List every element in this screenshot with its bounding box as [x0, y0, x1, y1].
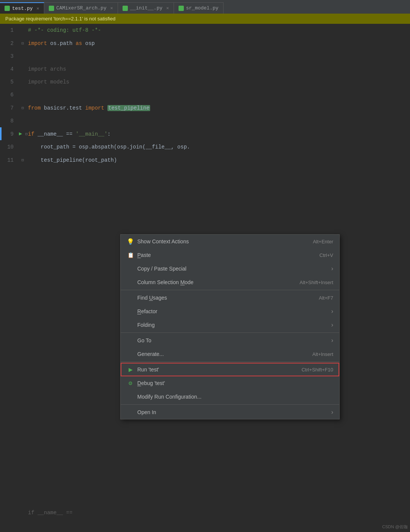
code-content-10: root_path = osp.abspath(osp.join(__file_…: [26, 141, 190, 153]
menu-item-copy-paste-special[interactable]: Copy / Paste Special ›: [121, 262, 339, 275]
menu-label-open-in: Open In: [137, 409, 156, 415]
tab-camixersr[interactable]: CAMixerSR_arch.py ✕: [44, 2, 118, 14]
execution-indicator: [0, 127, 2, 140]
code-content-1: # -*- coding: utf-8 -*-: [26, 24, 101, 37]
tab-init[interactable]: __init__.py ✕: [118, 2, 174, 14]
menu-shortcut-column-selection-mode: Alt+Shift+Insert: [292, 280, 333, 285]
menu-label-find-usages: Find Usages: [137, 295, 167, 301]
fold-icon-2[interactable]: ⊟: [22, 41, 24, 46]
bulb-icon: 💡: [127, 238, 134, 245]
arrow-icon-refactor: ›: [331, 308, 333, 315]
arrow-icon-open-in: ›: [331, 409, 333, 416]
menu-shortcut-run-test: Ctrl+Shift+F10: [294, 367, 333, 373]
code-content-4: import archs: [26, 63, 66, 76]
line-number-6: 6: [0, 88, 19, 101]
line-number-5: 5: [0, 76, 19, 88]
arrow-icon-copy-paste: ›: [331, 265, 333, 272]
separator-3: [121, 362, 339, 362]
tab-close-camixersr[interactable]: ✕: [110, 5, 113, 11]
menu-item-run-test[interactable]: ▶ Run 'test' Ctrl+Shift+F10: [121, 363, 339, 376]
tab-label-test: test.py: [12, 6, 33, 11]
tab-label-init: __init__.py: [130, 5, 163, 11]
line-number-4: 4: [0, 63, 19, 76]
code-line-5: 5 import models: [0, 76, 410, 88]
debug-icon: ⚙: [127, 380, 134, 386]
tab-label-srmodel: sr_model.py: [186, 5, 219, 11]
code-line-1: 1 # -*- coding: utf-8 -*-: [0, 24, 410, 37]
line-number-11: 11: [0, 154, 19, 167]
line-number-2: 2: [0, 37, 19, 50]
tab-icon-camixersr: [49, 6, 54, 11]
watermark: CSDN @佐咖: [382, 524, 408, 530]
menu-item-column-selection-mode[interactable]: Column Selection Mode Alt+Shift+Insert: [121, 275, 339, 289]
line-number-3: 3: [0, 50, 19, 63]
tab-icon-test: [5, 6, 10, 11]
code-content-9: if __name__ == '__main__':: [26, 128, 110, 141]
separator-2: [121, 332, 339, 333]
line-number-10: 10: [0, 141, 19, 153]
run-icon: ▶: [127, 367, 134, 373]
code-line-8: 8: [0, 114, 410, 127]
menu-item-paste[interactable]: 📋 Paste Ctrl+V: [121, 248, 339, 262]
menu-item-open-in[interactable]: Open In ›: [121, 405, 339, 419]
fold-icon-7[interactable]: ⊟: [22, 106, 24, 110]
warning-bar: Package requirement 'torch==2.1.1' is no…: [0, 14, 410, 24]
menu-label-refactor: Refactor: [137, 308, 157, 314]
bottom-code-content: if __name__ ==: [26, 506, 73, 519]
menu-label-modify-run-config: Modify Run Configuration...: [137, 394, 202, 400]
menu-label-column-selection-mode: Column Selection Mode: [137, 279, 194, 285]
menu-shortcut-paste: Ctrl+V: [312, 252, 333, 258]
menu-label-paste: Paste: [137, 252, 151, 258]
code-line-3: 3: [0, 50, 410, 63]
code-content-11: test_pipeline(root_path): [26, 154, 117, 167]
menu-item-folding[interactable]: Folding ›: [121, 318, 339, 332]
code-line-4: 4 import archs: [0, 63, 410, 76]
tab-srmodel[interactable]: sr_model.py: [174, 2, 224, 14]
tab-test-py[interactable]: test.py ✕: [0, 2, 44, 14]
code-line-11: 11 ⊟ test_pipeline(root_path): [0, 153, 410, 167]
tab-close-init[interactable]: ✕: [166, 5, 169, 11]
code-line-2: 2 ⊟ import os.path as osp: [0, 37, 410, 50]
fold-icon-11[interactable]: ⊟: [22, 158, 24, 162]
menu-label-copy-paste-special: Copy / Paste Special: [137, 266, 186, 272]
menu-item-go-to[interactable]: Go To ›: [121, 334, 339, 347]
bottom-code-line: if __name__ ==: [0, 506, 410, 519]
code-editor: 1 # -*- coding: utf-8 -*- 2 ⊟ import os.…: [0, 24, 410, 167]
tab-label-camixersr: CAMixerSR_arch.py: [56, 5, 107, 11]
tab-icon-init: [123, 6, 128, 11]
menu-shortcut-show-context-actions: Alt+Enter: [305, 239, 333, 244]
menu-shortcut-find-usages: Alt+F7: [311, 295, 333, 301]
code-line-10: 10 root_path = osp.abspath(osp.join(__fi…: [0, 141, 410, 153]
code-content-7: from basicsr.test import test_pipeline: [26, 102, 150, 114]
context-menu: 💡 Show Context Actions Alt+Enter 📋 Paste…: [120, 234, 340, 419]
code-line-9: 9 ▶ ⊟ if __name__ == '__main__':: [0, 127, 410, 141]
menu-item-show-context-actions[interactable]: 💡 Show Context Actions Alt+Enter: [121, 235, 339, 248]
menu-label-debug-test: Debug 'test': [137, 380, 165, 386]
code-content-5: import models: [26, 76, 69, 88]
arrow-icon-folding: ›: [331, 322, 333, 328]
code-line-7: 7 ⊟ from basicsr.test import test_pipeli…: [0, 101, 410, 114]
menu-label-run-test: Run 'test': [137, 367, 159, 373]
menu-item-debug-test[interactable]: ⚙ Debug 'test': [121, 376, 339, 390]
code-line-6: 6: [0, 88, 410, 101]
menu-item-modify-run-config[interactable]: Modify Run Configuration...: [121, 390, 339, 404]
line-number-9: 9: [0, 128, 19, 141]
menu-label-generate: Generate...: [137, 351, 164, 357]
menu-item-find-usages[interactable]: Find Usages Alt+F7: [121, 291, 339, 305]
clipboard-icon: 📋: [127, 252, 134, 258]
line-number-8: 8: [0, 114, 19, 127]
menu-shortcut-generate: Alt+Insert: [305, 351, 333, 357]
menu-label-folding: Folding: [137, 322, 155, 328]
arrow-icon-go-to: ›: [331, 337, 333, 344]
line-number-7: 7: [0, 102, 19, 114]
tab-close-test[interactable]: ✕: [37, 6, 39, 11]
menu-item-refactor[interactable]: Refactor ›: [121, 305, 339, 318]
run-arrow-icon: ▶: [19, 131, 22, 137]
separator-1: [121, 290, 339, 290]
menu-label-go-to: Go To: [137, 337, 151, 343]
menu-item-generate[interactable]: Generate... Alt+Insert: [121, 347, 339, 361]
separator-4: [121, 404, 339, 405]
warning-text: Package requirement 'torch==2.1.1' is no…: [5, 16, 115, 22]
tab-bar: test.py ✕ CAMixerSR_arch.py ✕ __init__.p…: [0, 0, 410, 14]
menu-label-show-context-actions: Show Context Actions: [137, 238, 189, 244]
